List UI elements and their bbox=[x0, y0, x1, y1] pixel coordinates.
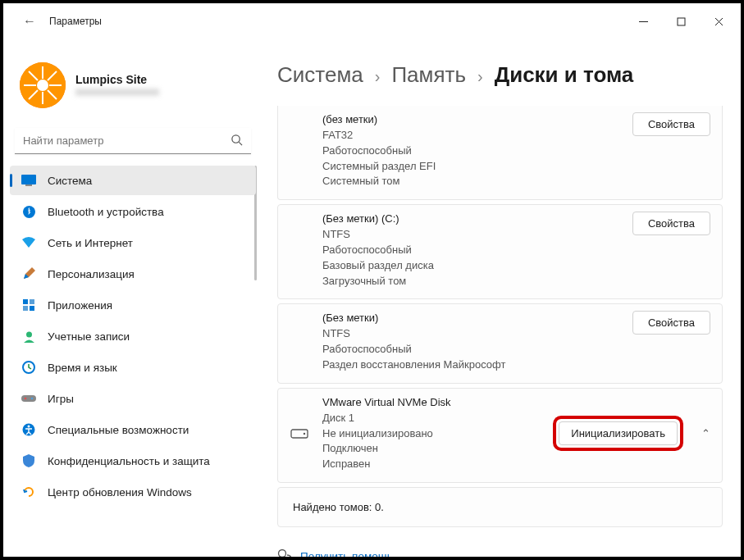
volume-line: Раздел восстановления Майкрософт bbox=[322, 357, 505, 373]
volume-fs: NTFS bbox=[322, 227, 434, 243]
nav-label: Специальные возможности bbox=[48, 424, 189, 436]
accessibility-icon bbox=[21, 422, 36, 437]
profile-block[interactable]: Lumpics Site xxxxxxxxxxxxxxxxx bbox=[10, 39, 256, 121]
svg-point-23 bbox=[26, 331, 32, 337]
volume-line: Работоспособный bbox=[322, 143, 436, 159]
properties-button[interactable]: Свойства bbox=[632, 112, 710, 136]
gaming-icon bbox=[21, 391, 36, 406]
close-button[interactable] bbox=[700, 8, 737, 34]
svg-point-5 bbox=[37, 80, 48, 91]
maximize-button[interactable] bbox=[662, 8, 700, 34]
disk-line: Не инициализировано bbox=[322, 426, 540, 442]
svg-point-26 bbox=[25, 398, 27, 400]
nav-label: Сеть и Интернет bbox=[48, 237, 133, 249]
titlebar: ← Параметры bbox=[3, 3, 741, 39]
nav-privacy[interactable]: Конфиденциальность и защита bbox=[10, 446, 256, 476]
disk-line: Исправен bbox=[322, 457, 540, 472]
volumes-found: Найдено томов: 0. bbox=[277, 487, 723, 527]
personalization-icon bbox=[21, 266, 36, 281]
svg-rect-21 bbox=[23, 306, 28, 311]
nav-label: Игры bbox=[48, 393, 74, 405]
volume-fs: FAT32 bbox=[322, 128, 436, 143]
nav-label: Учетные записи bbox=[48, 330, 130, 343]
update-icon bbox=[21, 485, 36, 499]
volume-line: Базовый раздел диска bbox=[322, 258, 434, 274]
window-controls bbox=[624, 8, 737, 34]
volume-line: Работоспособный bbox=[322, 243, 434, 258]
disk-name: VMware Virtual NVMe Disk bbox=[322, 395, 540, 411]
bluetooth-icon bbox=[21, 204, 36, 219]
accounts-icon bbox=[21, 329, 36, 344]
volume-title: (Без метки) bbox=[322, 311, 505, 326]
nav-apps[interactable]: Приложения bbox=[10, 290, 256, 320]
nav-network[interactable]: Сеть и Интернет bbox=[10, 228, 256, 257]
disk-icon bbox=[290, 426, 309, 442]
chevron-up-icon[interactable]: ⌃ bbox=[701, 427, 710, 439]
nav: Система Bluetooth и устройства Сеть и Ин… bbox=[10, 166, 256, 507]
nav-label: Центр обновления Windows bbox=[48, 486, 192, 499]
nav-system[interactable]: Система bbox=[10, 166, 256, 195]
privacy-icon bbox=[21, 453, 36, 468]
volume-line: Загрузочный том bbox=[322, 274, 434, 289]
initialize-button[interactable]: Инициализировать bbox=[559, 421, 678, 445]
volume-line: Системный том bbox=[322, 174, 436, 189]
avatar bbox=[20, 62, 66, 108]
volume-title: (Без метки) (C:) bbox=[322, 212, 434, 227]
properties-button[interactable]: Свойства bbox=[632, 311, 710, 335]
nav-label: Время и язык bbox=[48, 362, 117, 374]
svg-rect-19 bbox=[23, 299, 28, 304]
svg-line-15 bbox=[239, 142, 242, 145]
nav-label: Конфиденциальность и защита bbox=[48, 455, 210, 467]
back-button[interactable]: ← bbox=[16, 8, 43, 34]
sidebar: Lumpics Site xxxxxxxxxxxxxxxxx Система B… bbox=[3, 39, 262, 557]
system-icon bbox=[21, 173, 36, 188]
breadcrumb: Система › Память › Диски и тома bbox=[277, 39, 723, 106]
svg-point-14 bbox=[232, 135, 240, 143]
disk-card[interactable]: VMware Virtual NVMe Disk Диск 1 Не иници… bbox=[277, 388, 723, 483]
svg-point-29 bbox=[28, 426, 30, 428]
time-icon bbox=[21, 360, 36, 375]
disk-line: Подключен bbox=[322, 441, 540, 457]
search-box bbox=[15, 128, 251, 154]
svg-rect-22 bbox=[30, 306, 34, 311]
svg-rect-1 bbox=[678, 18, 685, 25]
network-icon bbox=[21, 235, 36, 250]
volume-line: Системный раздел EFI bbox=[322, 159, 436, 175]
get-help-link[interactable]: Получить помощь bbox=[277, 549, 723, 557]
svg-point-31 bbox=[304, 433, 305, 435]
nav-personalization[interactable]: Персонализация bbox=[10, 259, 256, 289]
breadcrumb-current: Диски и тома bbox=[495, 62, 634, 88]
volume-card: (Без метки) (C:) NTFS Работоспособный Ба… bbox=[277, 204, 723, 299]
svg-rect-25 bbox=[21, 395, 36, 402]
nav-bluetooth[interactable]: Bluetooth и устройства bbox=[10, 197, 256, 226]
properties-button[interactable]: Свойства bbox=[632, 212, 710, 235]
svg-point-27 bbox=[31, 398, 34, 400]
nav-accounts[interactable]: Учетные записи bbox=[10, 321, 256, 351]
chevron-right-icon: › bbox=[477, 67, 483, 86]
svg-point-32 bbox=[279, 550, 286, 557]
nav-label: Приложения bbox=[48, 299, 112, 312]
nav-accessibility[interactable]: Специальные возможности bbox=[10, 415, 256, 444]
window-title: Параметры bbox=[49, 16, 102, 27]
volume-card: (Без метки) NTFS Работоспособный Раздел … bbox=[277, 303, 723, 383]
breadcrumb-storage[interactable]: Память bbox=[391, 62, 466, 88]
nav-label: Система bbox=[48, 175, 92, 187]
profile-name: Lumpics Site bbox=[75, 73, 159, 86]
nav-gaming[interactable]: Игры bbox=[10, 384, 256, 413]
search-input[interactable] bbox=[15, 128, 251, 154]
disk-sub: Диск 1 bbox=[322, 411, 540, 426]
breadcrumb-system[interactable]: Система bbox=[277, 62, 363, 88]
nav-update[interactable]: Центр обновления Windows bbox=[10, 477, 256, 507]
highlight-frame: Инициализировать bbox=[553, 416, 683, 451]
nav-time[interactable]: Время и язык bbox=[10, 353, 256, 382]
nav-label: Персонализация bbox=[48, 268, 135, 280]
svg-rect-20 bbox=[30, 299, 34, 304]
minimize-button[interactable] bbox=[624, 8, 662, 34]
svg-rect-16 bbox=[21, 175, 36, 184]
main-panel: Система › Память › Диски и тома (без мет… bbox=[262, 39, 741, 557]
volume-fs: NTFS bbox=[322, 326, 505, 342]
help-label: Получить помощь bbox=[300, 550, 393, 557]
help-icon bbox=[277, 549, 292, 557]
chevron-right-icon: › bbox=[375, 67, 381, 86]
volume-card: (без метки) FAT32 Работоспособный Систем… bbox=[277, 106, 723, 200]
